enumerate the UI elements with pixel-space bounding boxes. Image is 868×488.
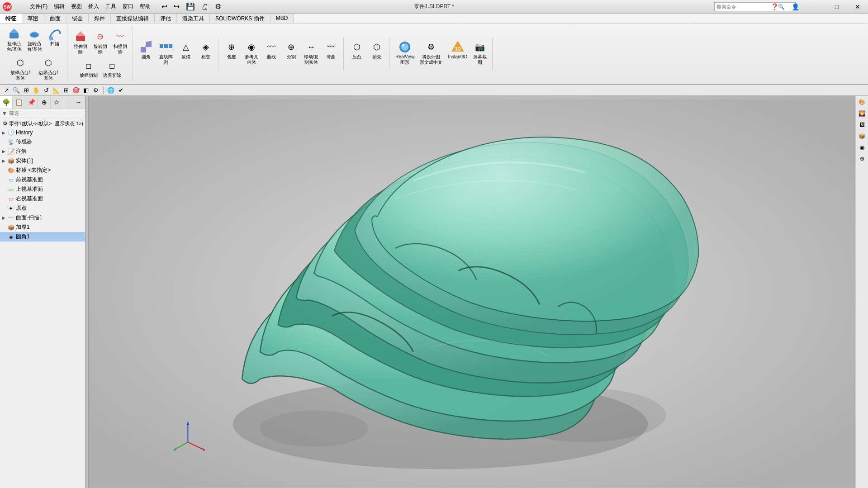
- realview-button[interactable]: RealView图形: [393, 38, 417, 66]
- design-check-button[interactable]: ⚙ 将设计图形文成中文: [417, 38, 445, 66]
- intersect-button[interactable]: ◈ 相交: [196, 38, 215, 61]
- menu-window[interactable]: 窗口: [120, 2, 136, 11]
- print-button[interactable]: 🖨: [199, 2, 211, 12]
- flex-button[interactable]: 〰 弯曲: [322, 38, 341, 61]
- boundary-cut-button[interactable]: ◻ 边界切除: [101, 57, 123, 80]
- fillet-button[interactable]: 圆角: [137, 38, 156, 61]
- tree-item-material[interactable]: 🎨 材质 <未指定>: [0, 166, 85, 175]
- tab-features[interactable]: 特征: [0, 14, 22, 23]
- extrude-boss-button[interactable]: 拉伸凸台/基体: [5, 25, 24, 53]
- zoom-icon[interactable]: 🔍: [12, 86, 21, 95]
- view-orient-icon[interactable]: ⊞: [62, 86, 71, 95]
- view-settings-icon[interactable]: ⚙: [91, 86, 100, 95]
- tab-sketch[interactable]: 草图: [22, 14, 44, 23]
- maximize-button[interactable]: □: [826, 0, 847, 14]
- split-label: 分割: [287, 54, 296, 60]
- tree-item-thicken[interactable]: 📦 加厚1: [0, 223, 85, 232]
- instant3d-button[interactable]: 3D Instant3D: [446, 38, 470, 61]
- tree-item-history[interactable]: ▶ 🕐 History: [0, 128, 85, 137]
- revolve-boss-button[interactable]: 旋转凸台/基体: [25, 25, 44, 53]
- user-button[interactable]: 👤: [785, 0, 806, 14]
- undo-button[interactable]: ↩: [159, 1, 170, 12]
- menu-tools[interactable]: 工具: [103, 2, 119, 11]
- tab-direct-edit[interactable]: 直接操纵编辑: [111, 14, 155, 23]
- linear-pattern-button[interactable]: 直线阵列: [157, 38, 175, 66]
- screenshot-button[interactable]: 📷 屏幕截图: [470, 38, 489, 66]
- top-plane-label: 上视基准面: [16, 185, 43, 193]
- section-icon[interactable]: ◧: [81, 86, 90, 95]
- emboss-button[interactable]: ⬡ 压凸: [347, 38, 366, 61]
- split-button[interactable]: ⊕ 分割: [282, 38, 301, 61]
- tree-item-solid-bodies[interactable]: ▶ 📦 实体(1): [0, 156, 85, 166]
- tree-item-annotations[interactable]: ▶ 📝 注解: [0, 147, 85, 156]
- minimize-button[interactable]: ─: [806, 0, 826, 14]
- loft-cut-button[interactable]: ◻ 放样切制: [77, 57, 100, 80]
- tree-item-fillet[interactable]: ◈ 圆角1: [0, 232, 85, 242]
- tree-item-origin[interactable]: ✦ 原点: [0, 204, 85, 213]
- panel-tab-display[interactable]: ⊕: [38, 96, 51, 109]
- move-copy-button[interactable]: ↔ 移动/复制实体: [302, 38, 321, 66]
- screenshot-label: 屏幕截图: [473, 54, 487, 65]
- revolve-cut-button[interactable]: ⊖ 旋转切除: [91, 28, 110, 56]
- sweep-boss-button[interactable]: 扫描: [45, 25, 64, 48]
- display-style-icon[interactable]: 🌐: [106, 86, 115, 95]
- panel-tab-config[interactable]: 📌: [25, 96, 38, 109]
- menu-edit[interactable]: 编辑: [51, 2, 67, 11]
- pan-icon[interactable]: ✋: [32, 86, 41, 95]
- tree-item-sensors[interactable]: 📡 传感器: [0, 137, 85, 147]
- sweep-boss-icon: [47, 27, 62, 41]
- rotate-icon[interactable]: ↺: [42, 86, 51, 95]
- shell-button[interactable]: ⬡ 抽壳: [367, 38, 386, 61]
- curves-icon: 〰: [264, 40, 279, 54]
- tab-mbd[interactable]: MBD: [270, 14, 294, 23]
- boundary-boss-button[interactable]: ⬡ 边界凸台/基体: [35, 54, 62, 82]
- menu-help[interactable]: 帮助: [137, 2, 153, 11]
- tab-sheet-metal[interactable]: 钣金: [66, 14, 89, 23]
- rt-tasks-button[interactable]: ⊕: [857, 153, 868, 164]
- tab-plugins[interactable]: SOLIDWORKS 插件: [210, 14, 270, 23]
- arrow-annotations: ▶: [2, 149, 7, 154]
- tree-item-right-plane[interactable]: ▭ 右视基准面: [0, 194, 85, 204]
- tab-evaluate[interactable]: 评估: [155, 14, 177, 23]
- loft-boss-button[interactable]: ⬡ 放样凸台/基体: [7, 54, 34, 82]
- rt-appearances-button[interactable]: 🎨: [857, 97, 868, 108]
- draft-button[interactable]: △ 拔模: [176, 38, 195, 61]
- menu-view[interactable]: 视图: [68, 2, 85, 11]
- svg-rect-10: [160, 44, 163, 48]
- tree-item-part[interactable]: ⚙ 零件1(默认<<默认>_显示状态 1>): [0, 119, 85, 128]
- panel-tab-tree[interactable]: 🌳: [0, 96, 13, 109]
- options-button[interactable]: ⚙: [212, 1, 224, 12]
- 3d-viewport[interactable]: [89, 96, 855, 488]
- menu-file[interactable]: 文件(F): [27, 2, 50, 11]
- menu-insert[interactable]: 插入: [85, 2, 102, 11]
- close-button[interactable]: ✕: [847, 0, 868, 14]
- tree-item-top-plane[interactable]: ▭ 上视基准面: [0, 185, 85, 194]
- panel-tab-appearances[interactable]: ☆: [51, 96, 63, 109]
- panel-tab-properties[interactable]: 📋: [13, 96, 25, 109]
- tab-render[interactable]: 渲染工具: [177, 14, 210, 23]
- panel-expand-button[interactable]: →: [72, 96, 85, 109]
- save-button[interactable]: 💾: [183, 1, 198, 12]
- wrap-button[interactable]: ⊕ 包覆: [222, 38, 241, 61]
- tree-item-front-plane[interactable]: ▭ 前视基准面: [0, 175, 85, 185]
- help-button[interactable]: ❓: [764, 0, 785, 14]
- tab-surface[interactable]: 曲面: [44, 14, 66, 23]
- rt-display-button[interactable]: ◉: [857, 142, 868, 153]
- curves-button[interactable]: 〰 曲线: [262, 38, 281, 61]
- measure-icon[interactable]: 📐: [52, 86, 61, 95]
- sweep-cut-button[interactable]: 〰 扫描切除: [111, 28, 130, 56]
- apply-icon[interactable]: ✔: [116, 86, 125, 95]
- view-display-icon[interactable]: 🎯: [71, 86, 81, 95]
- select-icon[interactable]: ↗: [2, 86, 11, 95]
- rt-decals-button[interactable]: 🖼: [857, 119, 868, 130]
- tab-weldments[interactable]: 焊件: [89, 14, 111, 23]
- zoom-fit-icon[interactable]: ⊞: [22, 86, 31, 95]
- svg-marker-3: [9, 28, 19, 33]
- extrude-cut-button[interactable]: 拉伸切除: [71, 28, 90, 56]
- rt-3d-button[interactable]: 📦: [857, 131, 868, 142]
- redo-button[interactable]: ↪: [171, 1, 182, 12]
- tree-item-surface-sweep[interactable]: ▶ 〰 曲面-扫描1: [0, 213, 85, 223]
- rt-scene-button[interactable]: 🌄: [857, 108, 868, 119]
- emboss-icon: ⬡: [350, 40, 364, 54]
- ref-geometry-button[interactable]: ◉ 参考几何体: [242, 38, 261, 66]
